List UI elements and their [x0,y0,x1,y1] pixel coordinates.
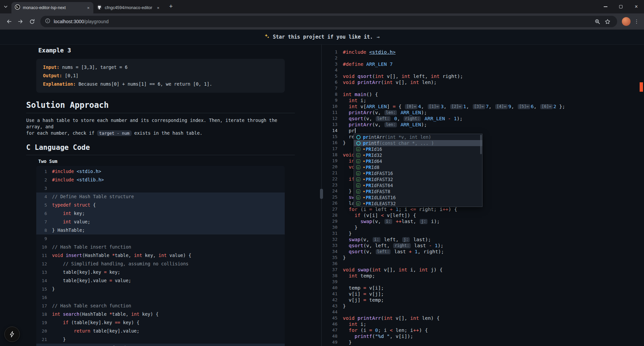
suggestion-PRId32[interactable]: •PRId32 [354,152,482,158]
pane-resize-handle[interactable] [320,189,323,199]
paragraph-line-1: Use a hash table to store each number an… [26,117,295,130]
site-info-icon[interactable] [45,18,50,25]
code-line-8[interactable]: 8int main() { [322,91,644,97]
code-line-30[interactable]: 30 } [322,224,644,230]
line-number: 19 [322,158,337,164]
code-line-12[interactable]: 12 qsort(v, left: 0, right: ARR_LEN - 1)… [322,116,644,122]
suggestion-PRIdFAST16[interactable]: •PRIdFAST16 [354,170,482,176]
code-line-46[interactable]: 46 int i; [322,321,644,327]
suggestion-label: printArr(int *v, int len) [363,134,431,140]
code-line-29[interactable]: 29 swap(v, i: ++last, j: i); [322,218,644,224]
suggestion-PRIdFAST64[interactable]: •PRIdFAST64 [354,182,482,188]
code-text: printArr(v, len: ARR_LEN); [343,110,427,116]
page: Star this project if you like it. → Exam… [0,30,644,346]
suggestion-PRIdLEAST32[interactable]: •PRIdLEAST32 [354,201,482,207]
window-minimize-button[interactable] [598,0,613,13]
suggestion-PRIdLEAST16[interactable]: •PRIdLEAST16 [354,194,482,201]
code-text: } [343,224,358,230]
code-line-38[interactable]: 38 int temp; [322,273,644,279]
reload-button[interactable] [26,16,38,27]
address-bar[interactable]: localhost:3000/playground [40,16,617,27]
suggestion-printArr[interactable]: printArr(int *v, int len) [354,134,482,140]
tab-monaco-editor-lsp-next[interactable]: monaco-editor-lsp-next × [11,2,93,13]
code-text: la [343,200,355,206]
example-output-row: Output: [0,1] [43,72,278,80]
banner-arrow-icon[interactable]: → [376,34,379,40]
code-line-36[interactable]: 36 [322,261,644,267]
code-line-11[interactable]: 11 printArr(v, len: ARR_LEN); [322,110,644,116]
code-line-45[interactable]: 45void printArr(int v[], int len) { [322,315,644,321]
browser-menu-button[interactable]: ⋮ [633,16,641,27]
line-number: 18 [322,152,337,158]
profile-avatar[interactable] [622,17,631,26]
browser-toolbar: localhost:3000/playground ⋮ [0,13,644,30]
code-line-3[interactable]: 3#define ARR_LEN 7 [322,61,644,67]
example-block: Input: nums = [3,3], target = 6 Output: … [36,59,285,93]
code-line-48[interactable]: 48 printf("%d ", v[i]); [322,333,644,339]
code-line-9[interactable]: 9 int i; [322,97,644,103]
code-line-27[interactable]: 27 for (i = left + 1; i <= right; i++) { [322,206,644,212]
code-line-33[interactable]: 33 qsort(v, left, right: last - 1); [322,243,644,249]
code-line-49[interactable]: 49 } [322,339,644,345]
suggestion-label: •PRId32 [363,153,382,158]
code-text: #define ARR_LEN 7 [343,61,393,67]
suggestion-printf[interactable]: printf(const char *, ... ) [354,140,482,146]
window-close-button[interactable]: × [629,0,644,13]
code-line-47[interactable]: 47 for (i = 0; i < len; i++) { [322,327,644,333]
code-line-1[interactable]: 1#include <stdio.h> [322,49,644,55]
code-line-43[interactable]: 43} [322,303,644,309]
code-line-40[interactable]: 40 temp = v[i]; [322,285,644,291]
code-line-4[interactable]: 4 [322,67,644,73]
line-number: 36 [322,261,337,267]
back-button[interactable] [3,16,15,27]
tab-close-icon[interactable]: × [85,5,91,11]
code-line-10[interactable]: 10 int v[ARR_LEN] = { [0]=4, [1]=3, [2]=… [322,103,644,110]
code-line-37[interactable]: 37void swap(int v[], int i, int j) { [322,267,644,273]
line-number: 9 [322,97,337,103]
suggestion-PRId8[interactable]: •PRId8 [354,164,482,170]
code-line-5[interactable]: 5void qsort(int v[], int left, int right… [322,73,644,79]
window-maximize-button[interactable] [613,0,629,13]
monaco-editor-pane[interactable]: 1#include <stdio.h>23#define ARR_LEN 745… [322,45,644,346]
code-line-31[interactable]: 31 } [322,230,644,236]
code-line-28[interactable]: 28 if (v[i] < v[left]) { [322,212,644,218]
code-line-13[interactable]: 13 printArr(v, len: ARR_LEN); [322,122,644,128]
suggestion-PRId64[interactable]: •PRId64 [354,158,482,164]
line-number: 25 [322,194,337,200]
overview-ruler-marker[interactable] [640,82,643,92]
code-line-39[interactable]: 39 [322,279,644,285]
line-number: 49 [322,339,337,345]
code-text: #include <stdlib.h> [52,176,104,184]
code-text: #include <stdio.h> [52,167,101,176]
tab-close-icon[interactable]: × [155,5,161,11]
suggestion-PRIdFAST32[interactable]: •PRIdFAST32 [354,176,482,182]
code-line-35[interactable]: 35} [322,255,644,261]
code-line-41[interactable]: 41 v[i] = v[j]; [322,291,644,297]
new-tab-button[interactable]: + [167,2,175,11]
code-line-7[interactable]: 7 [322,85,644,91]
bookmark-star-icon[interactable] [602,16,612,27]
promo-banner: Star this project if you like it. → [0,30,644,45]
zoom-icon[interactable] [592,16,602,27]
code-line-14[interactable]: 14 pr [322,128,644,134]
line-number: 12 [36,260,47,268]
code-line-44[interactable]: 44 [322,309,644,315]
code-line-34[interactable]: 34 qsort(v, left: last + 1, right); [322,249,644,255]
line-number: 32 [322,236,337,243]
suggestion-PRIdFAST8[interactable]: •PRIdFAST8 [354,188,482,194]
paragraph-line-2: for each number, check if target - num e… [26,130,295,136]
code-text: vo [343,164,355,170]
suggestion-PRId16[interactable]: •PRId16 [354,146,482,152]
line-number: 29 [322,218,337,224]
tab-search-chevron-icon[interactable] [3,4,8,9]
code-line-32[interactable]: 32 swap(v, i: left, j: last); [322,236,644,243]
code-text: int temp; [343,273,375,279]
tab-github-repo[interactable]: cfngc4594/monaco-editor-ls × [93,2,163,13]
devtools-lightning-button[interactable] [4,327,20,342]
code-line-42[interactable]: 42 v[j] = temp; [322,297,644,303]
forward-button[interactable] [15,16,26,27]
line-number: 16 [36,293,47,302]
code-line-2[interactable]: 2 [322,55,644,61]
suggestion-scrollbar[interactable] [480,135,482,154]
code-line-6[interactable]: 6void printArr(int v[], int len); [322,79,644,85]
